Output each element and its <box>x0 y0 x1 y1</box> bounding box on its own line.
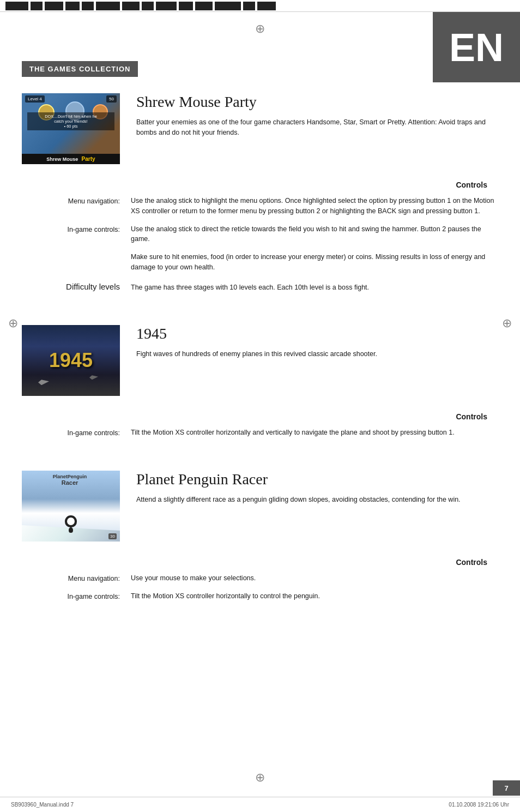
game-image-shrew: Level 4 50 DO!t....Don't hit him when he… <box>22 93 120 164</box>
level-badge: Level 4 <box>25 95 45 103</box>
game-image-1945: 1945 <box>22 325 120 396</box>
bottom-crosshair-icon: ⊕ <box>255 771 265 785</box>
reg-segment <box>45 2 63 10</box>
control-row: In-game controls: Tilt the Motion XS con… <box>22 425 498 443</box>
score-badge: 50 <box>106 95 117 103</box>
controls-table-1945: In-game controls: Tilt the Motion XS con… <box>22 425 498 443</box>
game-title-1945: 1945 <box>136 325 498 342</box>
control-value: Tilt the Motion XS controller horizontal… <box>131 425 498 443</box>
reg-segment <box>122 2 140 10</box>
footer-bar: SB903960_Manual.indd 7 01.10.2008 19:21:… <box>0 797 520 812</box>
difficulty-value: The game has three stages with 10 levels… <box>131 278 498 298</box>
control-row: In-game controls: Tilt the Motion XS con… <box>22 589 498 607</box>
language-label: EN <box>449 28 504 67</box>
control-row: Menu navigation: Use your mouse to make … <box>22 571 498 589</box>
game-description-penguin: Attend a slightly different race as a pe… <box>136 495 498 505</box>
reg-segment <box>5 2 28 10</box>
difficulty-label: Difficulty levels <box>22 278 131 298</box>
header-left: THE GAMES COLLECTION <box>0 12 433 82</box>
control-row: Menu navigation: Use the analog stick to… <box>22 194 498 222</box>
control-row: In-game controls: Use the analog stick t… <box>22 222 498 250</box>
left-crosshair-icon: ⊕ <box>8 316 18 330</box>
control-label <box>22 250 131 278</box>
control-value: Use the analog stick to direct the retic… <box>131 222 498 250</box>
difficulty-row: Difficulty levels The game has three sta… <box>22 278 498 298</box>
game-section-shrew: Level 4 50 DO!t....Don't hit him when he… <box>22 82 498 298</box>
controls-heading-penguin: Controls <box>22 558 498 571</box>
top-registration-bar <box>0 0 520 12</box>
game-description-shrew: Batter your enemies as one of the four g… <box>136 117 498 138</box>
game-section-1945: 1945 1945 Fight waves of hundreds of ene… <box>22 314 498 443</box>
game-info-shrew: Shrew Mouse Party Batter your enemies as… <box>136 93 498 138</box>
plane-icon <box>89 375 98 380</box>
reg-segment <box>257 2 276 10</box>
shrew-text-overlay: DO!t....Don't hit him when hecatch your … <box>27 112 114 130</box>
penguin-badge: 30 <box>108 533 117 539</box>
reg-segment <box>243 2 255 10</box>
game-top-penguin: PlanetPenguin Racer 30 Planet Pengu <box>22 471 498 542</box>
game-1945-title-img: 1945 <box>49 349 93 372</box>
game-title-penguin: Planet Penguin Racer <box>136 471 498 488</box>
penguin-label-planet: PlanetPenguin <box>26 474 113 479</box>
controls-table-shrew: Menu navigation: Use the analog stick to… <box>22 194 498 298</box>
controls-section-penguin: Controls Menu navigation: Use your mouse… <box>22 558 498 607</box>
game-top-shrew: Level 4 50 DO!t....Don't hit him when he… <box>22 93 498 164</box>
game-1945-screenshot: 1945 <box>22 325 120 396</box>
reg-segment <box>82 2 94 10</box>
reg-segment <box>31 2 43 10</box>
game-info-penguin: Planet Penguin Racer Attend a slightly d… <box>136 471 498 505</box>
penguin-character <box>65 515 77 531</box>
reg-segment <box>65 2 80 10</box>
main-content: Level 4 50 DO!t....Don't hit him when he… <box>0 82 520 645</box>
penguin-label-top: PlanetPenguin Racer <box>26 474 113 486</box>
shrew-game-screenshot: Level 4 50 DO!t....Don't hit him when he… <box>22 93 120 164</box>
footer-left: SB903960_Manual.indd 7 <box>11 802 449 808</box>
game-info-1945: 1945 Fight waves of hundreds of enemy pl… <box>136 325 498 359</box>
control-label: In-game controls: <box>22 222 131 250</box>
game-section-penguin: PlanetPenguin Racer 30 Planet Pengu <box>22 460 498 607</box>
shrew-bottom-label: Shrew Mouse Party <box>22 154 120 164</box>
controls-section-1945: Controls In-game controls: Tilt the Moti… <box>22 412 498 443</box>
header-right: EN <box>433 12 520 82</box>
reg-segment <box>179 2 193 10</box>
reg-segment <box>96 2 120 10</box>
reg-segment <box>195 2 213 10</box>
game-description-1945: Fight waves of hundreds of enemy planes … <box>136 349 498 359</box>
game-title-shrew: Shrew Mouse Party <box>136 93 498 111</box>
collection-label: THE GAMES COLLECTION <box>22 61 138 77</box>
footer-right: 01.10.2008 19:21:06 Uhr <box>449 802 509 808</box>
game-image-penguin: PlanetPenguin Racer 30 <box>22 471 120 542</box>
controls-heading-shrew: Controls <box>22 181 498 194</box>
control-value: Use your mouse to make your selections. <box>131 571 498 589</box>
game-top-1945: 1945 1945 Fight waves of hundreds of ene… <box>22 325 498 396</box>
control-value: Make sure to hit enemies, food (in order… <box>131 250 498 278</box>
controls-section-shrew: Controls Menu navigation: Use the analog… <box>22 181 498 298</box>
page-number: 7 <box>493 780 520 796</box>
top-crosshair-icon: ⊕ <box>255 22 265 36</box>
page-number-label: 7 <box>504 784 508 792</box>
control-label: Menu navigation: <box>22 194 131 222</box>
control-label: In-game controls: <box>22 589 131 607</box>
penguin-label-racer: Racer <box>26 479 113 486</box>
controls-table-penguin: Menu navigation: Use your mouse to make … <box>22 571 498 607</box>
plane-icon <box>38 380 49 385</box>
right-crosshair-icon: ⊕ <box>502 316 512 330</box>
game-penguin-screenshot: PlanetPenguin Racer 30 <box>22 471 120 542</box>
control-value: Tilt the Motion XS controller horizontal… <box>131 589 498 607</box>
controls-heading-1945: Controls <box>22 412 498 425</box>
control-label: In-game controls: <box>22 425 131 443</box>
control-value: Use the analog stick to highlight the me… <box>131 194 498 222</box>
reg-segment <box>156 2 177 10</box>
reg-segment <box>215 2 241 10</box>
control-row: Make sure to hit enemies, food (in order… <box>22 250 498 278</box>
control-label: Menu navigation: <box>22 571 131 589</box>
reg-segment <box>142 2 154 10</box>
